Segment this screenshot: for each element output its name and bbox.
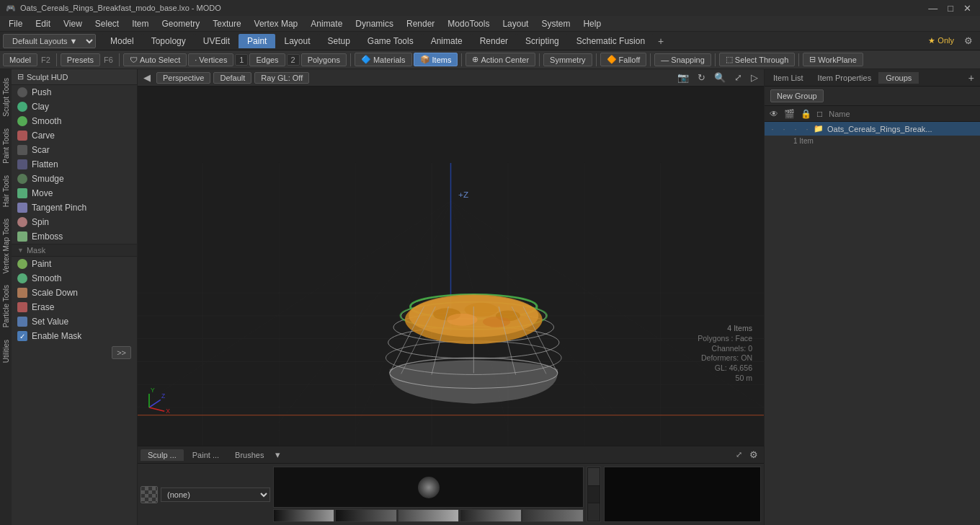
select-through-button[interactable]: ⬚ Select Through	[719, 53, 795, 66]
menu-edit[interactable]: Edit	[30, 17, 56, 30]
menu-system[interactable]: System	[535, 17, 576, 30]
vp-perspective-btn[interactable]: Perspective	[156, 72, 210, 84]
tool-flatten[interactable]: Flatten	[12, 157, 137, 172]
star-only-button[interactable]: ★ Only	[922, 35, 960, 47]
brushes-dropdown-icon[interactable]: ▾	[272, 448, 283, 462]
symmetry-button[interactable]: Symmetry	[543, 53, 592, 66]
vert-tab-paint[interactable]: Paint Tools	[1, 123, 12, 169]
item-eye-icon[interactable]: 👁	[767, 108, 780, 120]
close-button[interactable]: ✕	[961, 3, 974, 14]
vp-default-btn[interactable]: Default	[213, 72, 251, 84]
add-layout-tab-button[interactable]: +	[654, 34, 668, 48]
viewport[interactable]: +Z	[138, 87, 764, 446]
title-bar-controls[interactable]: — □ ✕	[925, 3, 974, 14]
materials-button[interactable]: 🔷 Materials	[355, 53, 412, 66]
vp-icon-expand[interactable]: ▷	[748, 71, 761, 84]
right-tab-add[interactable]: +	[964, 71, 979, 85]
tool-emboss[interactable]: Emboss	[12, 229, 137, 244]
vert-tab-hair[interactable]: Hair Tools	[1, 169, 12, 213]
enable-mask-toggle[interactable]: ✓ Enable Mask	[12, 329, 137, 343]
vertices-button[interactable]: · Vertices	[188, 53, 233, 66]
tool-push[interactable]: Push	[12, 85, 137, 100]
vert-tab-vertex-map[interactable]: Vertex Map Tools	[1, 213, 12, 280]
tab-game-tools[interactable]: Game Tools	[359, 34, 422, 48]
item-lock-icon[interactable]: 🔒	[798, 108, 814, 120]
menu-item[interactable]: Item	[126, 17, 154, 30]
menu-file[interactable]: File	[3, 17, 28, 30]
edges-button[interactable]: Edges	[249, 53, 285, 66]
bottom-tab-sculpt[interactable]: Sculp ...	[141, 449, 184, 461]
vert-tab-utilities[interactable]: Utilities	[1, 334, 12, 369]
menu-dynamics[interactable]: Dynamics	[349, 17, 399, 30]
menu-geometry[interactable]: Geometry	[156, 17, 206, 30]
tab-uvedit[interactable]: UVEdit	[195, 34, 239, 48]
tool-spin[interactable]: Spin	[12, 215, 137, 229]
layout-gear-button[interactable]: ⚙	[960, 34, 977, 48]
menu-texture[interactable]: Texture	[207, 17, 246, 30]
mask-section[interactable]: Mask	[12, 244, 137, 257]
menu-select[interactable]: Select	[89, 17, 125, 30]
vp-icon-camera[interactable]: 📷	[674, 71, 692, 84]
thumb-strip-item-2[interactable]	[588, 486, 600, 503]
expand-panel-button[interactable]: >>	[112, 346, 131, 359]
action-center-button[interactable]: ⊕ Action Center	[466, 53, 535, 66]
right-tab-item-properties[interactable]: Item Properties	[811, 72, 879, 84]
tool-smudge[interactable]: Smudge	[12, 172, 137, 186]
presets-button[interactable]: Presets	[61, 53, 100, 66]
brush-icon-preview[interactable]	[141, 486, 158, 503]
brush-select-dropdown[interactable]: (none)	[161, 488, 270, 502]
tool-move[interactable]: Move	[12, 186, 137, 200]
snapping-button[interactable]: — Snapping	[654, 53, 711, 66]
thumb-strip-item-3[interactable]	[588, 503, 600, 521]
tab-model[interactable]: Model	[102, 34, 143, 48]
items-button[interactable]: 📦 Items	[414, 53, 458, 66]
tab-paint[interactable]: Paint	[239, 34, 275, 48]
vp-icon-zoom[interactable]: 🔍	[711, 71, 729, 84]
menu-view[interactable]: View	[58, 17, 88, 30]
vp-nav-back[interactable]: ◀	[141, 71, 153, 84]
tool-scar[interactable]: Scar	[12, 143, 137, 157]
tool-set-value[interactable]: Set Value	[12, 314, 137, 329]
menu-layout[interactable]: Layout	[496, 17, 534, 30]
brush-main-preview[interactable]	[273, 467, 584, 508]
tab-topology[interactable]: Topology	[143, 34, 195, 48]
tab-layout[interactable]: Layout	[275, 34, 318, 48]
tool-tangent-pinch[interactable]: Tangent Pinch	[12, 200, 137, 215]
grad-thumb-4[interactable]	[460, 509, 521, 522]
bottom-tab-brushes[interactable]: Brushes	[228, 449, 271, 461]
grad-thumb-1[interactable]	[273, 509, 334, 522]
workplane-button[interactable]: ⊟ WorkPlane	[803, 53, 863, 66]
vp-icon-fullscreen[interactable]: ⤢	[731, 71, 745, 84]
item-visibility-icon[interactable]: □	[815, 108, 824, 120]
maximize-button[interactable]: □	[945, 3, 956, 14]
tool-clay[interactable]: Clay	[12, 100, 137, 114]
tab-schematic-fusion[interactable]: Schematic Fusion	[568, 34, 654, 48]
mask-tool-paint[interactable]: Paint	[12, 257, 137, 271]
bottom-tab-paint[interactable]: Paint ...	[185, 449, 226, 461]
layout-dropdown[interactable]: Default Layouts ▼	[3, 34, 96, 48]
vp-icon-refresh[interactable]: ↻	[695, 71, 708, 84]
mask-tool-scale-down[interactable]: Scale Down	[12, 286, 137, 300]
vert-tab-sculpt[interactable]: Sculpt Tools	[1, 72, 12, 123]
item-render-icon[interactable]: 🎬	[782, 108, 797, 120]
tab-setup[interactable]: Setup	[318, 34, 358, 48]
auto-select-button[interactable]: 🛡 Auto Select	[123, 53, 187, 66]
menu-help[interactable]: Help	[577, 17, 607, 30]
tab-render[interactable]: Render	[471, 34, 517, 48]
tool-carve[interactable]: Carve	[12, 128, 137, 143]
grad-thumb-5[interactable]	[522, 509, 584, 522]
menu-vertex-map[interactable]: Vertex Map	[249, 17, 304, 30]
falloff-button[interactable]: 🔶 Falloff	[600, 53, 647, 66]
grad-thumb-3[interactable]	[398, 509, 459, 522]
tool-erase[interactable]: Erase	[12, 300, 137, 314]
mask-tool-smooth[interactable]: Smooth	[12, 271, 137, 286]
right-tab-groups[interactable]: Groups	[878, 72, 919, 84]
menu-modotools[interactable]: ModoTools	[442, 17, 495, 30]
grad-thumb-2[interactable]	[335, 509, 396, 522]
tool-smooth[interactable]: Smooth	[12, 114, 137, 128]
menu-animate[interactable]: Animate	[305, 17, 348, 30]
right-tab-item-list[interactable]: Item List	[766, 72, 811, 84]
thumb-strip-item-1[interactable]	[588, 468, 600, 485]
minimize-button[interactable]: —	[925, 3, 940, 14]
bottom-expand-button[interactable]: ⤢	[733, 449, 745, 461]
